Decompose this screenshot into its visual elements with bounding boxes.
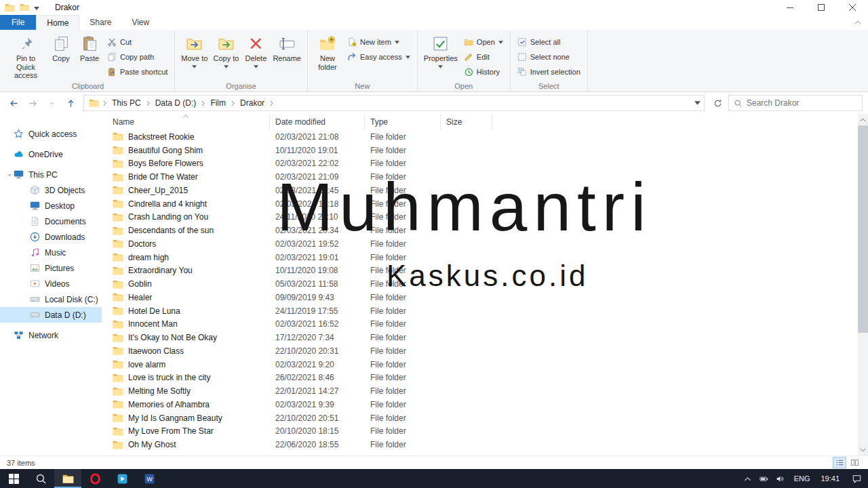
ribbon-collapse-button[interactable] [848,15,868,30]
sidebar-item[interactable]: Local Disk (C:) [0,291,102,307]
expand-chevron-icon[interactable] [22,281,30,287]
scroll-down-button[interactable] [858,444,868,455]
address-field[interactable]: This PC Data D (D:) Film Drakor [83,95,705,111]
file-row[interactable]: love alarm 02/03/2021 9:20 File folder [102,358,858,371]
tab-share[interactable]: Share [79,15,121,30]
file-row[interactable]: Melting Me Softly 22/01/2021 14:27 File … [102,384,858,398]
column-header-date-modified[interactable]: Date modified [270,114,365,130]
minimize-button[interactable] [774,0,806,15]
file-row[interactable]: Love is truck in the city 26/02/2021 8:4… [102,371,858,385]
quick-access-toolbar-caret-icon[interactable] [34,7,39,10]
file-row[interactable]: It's Okay to Not Be Okay 17/12/2020 7:34… [102,331,858,344]
file-row[interactable]: Crash Landing on You 24/11/2020 20:10 Fi… [102,211,858,224]
file-row[interactable]: Hotel De Luna 24/11/2019 17:55 File fold… [102,304,858,318]
column-header-type[interactable]: Type [365,114,441,130]
file-row[interactable]: Innocent Man 02/03/2021 16:52 File folde… [102,318,858,331]
thumbnails-view-button[interactable] [848,457,861,468]
pin-to-quick-access-button[interactable]: Pin to Quick access [5,32,47,80]
taskbar-media-app[interactable] [108,469,136,488]
file-row[interactable]: Beautiful Gong Shim 10/11/2020 19:01 Fil… [102,144,858,157]
sidebar-item[interactable]: Quick access [0,126,102,142]
file-row[interactable]: dream high 02/03/2021 19:01 File folder [102,251,858,264]
sidebar-item[interactable]: Pictures [0,260,102,276]
file-row[interactable]: Descendants of the sun 02/03/2021 20:34 … [102,224,858,237]
file-row[interactable]: Bride Of The Water 02/03/2021 21:09 File… [102,170,858,184]
expand-chevron-icon[interactable] [22,218,30,225]
select-all-button[interactable]: Select all [515,36,583,48]
rename-button[interactable]: Rename [270,32,304,63]
delete-button[interactable]: Delete [241,32,270,68]
refresh-button[interactable] [709,95,726,111]
file-row[interactable]: Memories of Alhambra 02/03/2021 9:39 Fil… [102,398,858,411]
new-folder-button[interactable]: New folder [311,32,344,71]
expand-chevron-icon[interactable] [22,265,30,272]
vertical-scrollbar[interactable] [858,114,868,455]
breadcrumb-item[interactable]: Film [205,96,231,110]
sidebar-item[interactable]: Data D (D:) [0,307,102,323]
paste-button[interactable]: Paste [75,32,104,63]
copy-path-button[interactable]: Copy path [105,51,170,63]
new-item-button[interactable]: New item [345,36,412,48]
expand-chevron-icon[interactable] [22,203,30,209]
copy-to-button[interactable]: Copy to [210,32,241,68]
quick-access-toolbar-icon[interactable] [20,3,29,12]
taskbar-opera[interactable] [81,469,108,488]
file-row[interactable]: Oh My Ghost 22/06/2020 18:55 File folder [102,438,858,451]
taskbar-word[interactable]: W [136,469,163,488]
copy-button[interactable]: Copy [47,32,75,63]
volume-indicator[interactable] [772,469,789,488]
cut-button[interactable]: Cut [105,36,170,48]
expand-chevron-icon[interactable] [22,312,30,319]
sidebar-item[interactable]: Network [0,327,102,343]
start-button[interactable] [0,469,27,488]
search-box[interactable] [728,95,863,111]
file-row[interactable]: Doctors 02/03/2021 19:52 File folder [102,237,858,251]
expand-chevron-icon[interactable] [5,332,14,339]
expand-chevron-icon[interactable] [22,234,30,241]
hidden-icons-button[interactable] [740,469,756,488]
file-row[interactable]: My Love From The Star 20/10/2020 18:15 F… [102,425,858,439]
tab-file[interactable]: File [0,15,36,30]
sidebar-item[interactable]: Desktop [0,198,102,214]
sidebar-item[interactable]: This PC [0,167,102,182]
expand-chevron-icon[interactable] [5,131,14,138]
breadcrumb-item[interactable]: Drakor [235,96,269,110]
expand-chevron-icon[interactable] [5,151,14,158]
sidebar-item[interactable]: OneDrive [0,146,102,162]
up-button[interactable] [62,95,79,112]
expand-chevron-icon[interactable] [22,187,30,194]
file-row[interactable]: Backstreet Rookie 02/03/2021 21:08 File … [102,130,858,144]
column-header-name[interactable]: Name [102,114,270,130]
properties-button[interactable]: Properties [421,32,460,68]
maximize-button[interactable] [806,0,837,15]
breadcrumb-item[interactable]: Data D (D:) [151,96,201,110]
expand-chevron-icon[interactable] [5,171,14,178]
tab-home[interactable]: Home [36,15,79,30]
open-button[interactable]: Open [462,36,505,48]
sidebar-item[interactable]: Downloads [0,229,102,245]
taskbar-search-button[interactable] [27,469,54,488]
sidebar-item[interactable]: Documents [0,214,102,229]
invert-selection-button[interactable]: Invert selection [515,66,583,78]
search-input[interactable] [747,98,857,108]
scroll-up-button[interactable] [858,114,868,125]
select-none-button[interactable]: Select none [515,51,583,63]
sidebar-item[interactable]: 3D Objects [0,182,102,198]
language-indicator[interactable]: ENG [789,474,816,483]
address-dropdown-icon[interactable] [694,101,701,105]
sidebar-item[interactable]: Videos [0,276,102,291]
recent-locations-button[interactable] [43,95,60,112]
close-button[interactable] [837,0,868,15]
move-to-button[interactable]: Move to [178,32,210,68]
battery-indicator[interactable] [756,469,772,488]
expand-chevron-icon[interactable] [22,296,30,303]
breadcrumb-item[interactable]: This PC [107,96,146,110]
clock[interactable]: 19:41 [815,474,845,483]
column-header-size[interactable]: Size [441,114,492,130]
file-row[interactable]: Extraordinary You 10/11/2020 19:08 File … [102,264,858,278]
taskbar-file-explorer[interactable] [54,469,81,488]
details-view-button[interactable] [833,457,846,468]
forward-button[interactable] [24,95,41,112]
tab-view[interactable]: View [121,15,159,30]
file-row[interactable]: Goblin 05/03/2021 11:58 File folder [102,277,858,291]
